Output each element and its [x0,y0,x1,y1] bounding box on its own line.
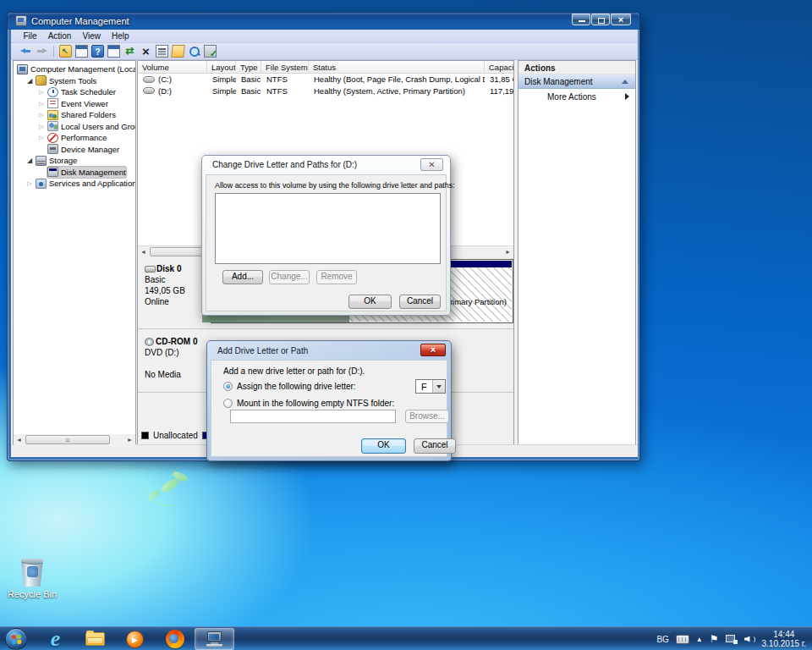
collapsed-expander-icon[interactable]: ▷ [24,178,36,189]
remove-button[interactable]: Remove [316,270,357,284]
menu-view[interactable]: View [77,31,107,41]
tree-item-disk-management[interactable]: Disk Management [14,167,135,179]
collapsed-expander-icon[interactable]: ▷ [36,121,47,132]
taskbar-app-windows-explorer[interactable] [75,628,115,650]
tree-item-event-viewer[interactable]: ▷Event Viewer [14,98,135,110]
network-icon[interactable] [726,635,738,644]
cancel-button[interactable]: Cancel [399,295,441,309]
taskbar: e▶ BG ▲ ⚑ 14:44 3.10.2015 г. [0,626,812,650]
disk0-label-box[interactable]: Disk 0 Basic 149,05 GB Online [140,259,209,307]
tree-hscrollbar[interactable]: ◄ ► [14,434,135,445]
tree-item-local-users-and-groups[interactable]: ▷Local Users and Groups [14,121,135,133]
scroll-left-arrow[interactable]: ◄ [14,434,25,445]
check-icon[interactable] [204,45,217,58]
collapsed-expander-icon[interactable]: ▷ [36,109,47,120]
media-player-icon: ▶ [126,631,144,648]
menu-action[interactable]: Action [42,31,77,41]
clock[interactable]: 14:44 3.10.2015 г. [762,630,809,649]
column-header-layout[interactable]: Layout [207,61,236,73]
minimize-button[interactable] [572,14,590,25]
task-scheduler-icon [47,87,58,97]
tree-item-services-and-applications[interactable]: ▷Services and Applications [14,178,135,190]
scroll-left-arrow[interactable]: ◄ [138,246,149,257]
performance-icon [47,133,58,143]
column-header-file-system[interactable]: File System [261,61,309,73]
refresh-icon[interactable] [123,45,136,58]
tree-item-label: Storage [49,156,77,165]
cancel-button[interactable]: Cancel [414,438,456,454]
window-titlebar[interactable]: Computer Management × [8,13,639,30]
dialog-close-button[interactable]: × [420,344,446,356]
scroll-right-arrow[interactable]: ► [124,434,135,445]
tree-item-device-manager[interactable]: Device Manager [14,144,135,156]
volume-row-c[interactable]: (C:)SimpleBasicNTFSHealthy (Boot, Page F… [138,74,514,85]
collapsed-expander-icon[interactable]: ▷ [36,132,47,143]
properties-icon[interactable] [156,45,168,58]
maximize-button[interactable] [591,14,610,25]
actions-group-disk-management[interactable]: Disk Management [518,74,635,89]
start-button[interactable] [5,628,27,650]
console-tree-panel: Computer Management (Local)◢System Tools… [13,60,136,446]
more-actions-item[interactable]: More Actions [518,89,635,103]
mount-folder-radio[interactable] [223,399,233,408]
windows-logo-icon [12,635,22,645]
delete-icon[interactable] [140,45,152,58]
tree-item-task-scheduler[interactable]: ▷Task Scheduler [14,86,135,98]
console-window-icon[interactable] [75,45,88,58]
tree-item-label: Task Scheduler [61,87,116,96]
export-list-icon[interactable] [171,45,185,58]
tree-item-label: System Tools [49,76,96,85]
language-indicator[interactable]: BG [656,635,668,644]
volume-list-header: VolumeLayoutTypeFile SystemStatusCapacit… [138,61,514,74]
cdrom-label-box[interactable]: CD-ROM 0 DVD (D:) No Media [140,332,209,380]
assign-drive-letter-radio[interactable] [223,382,233,391]
expanded-expander-icon[interactable]: ◢ [24,155,36,166]
help-icon[interactable] [91,45,104,58]
taskbar-app-media-player[interactable]: ▶ [115,628,155,650]
menu-help[interactable]: Help [106,31,134,41]
volume-icon[interactable] [744,635,755,644]
change-button[interactable]: Change... [269,270,310,284]
back-icon[interactable] [19,45,32,58]
cell-layout: Simple [207,85,236,97]
taskbar-app-internet-explorer[interactable]: e [36,628,75,650]
folder-path-input[interactable] [230,410,396,423]
taskbar-app-firefox[interactable] [155,628,195,650]
browse-button[interactable]: Browse... [405,410,449,423]
close-button[interactable]: × [611,14,631,25]
combo-dropdown-button[interactable] [432,380,445,393]
column-header-type[interactable]: Type [236,61,261,73]
drive-paths-listbox[interactable] [215,193,441,264]
tree-item-shared-folders[interactable]: ▷Shared Folders [14,109,135,121]
expanded-expander-icon[interactable]: ◢ [24,75,36,86]
collapsed-expander-icon[interactable]: ▷ [36,98,47,109]
tree-item-system-tools[interactable]: ◢System Tools [14,75,135,87]
keyboard-layout-icon[interactable] [676,635,689,644]
show-hidden-icons-button[interactable]: ▲ [696,636,703,643]
show-console-tree-icon[interactable] [59,45,72,58]
column-header-status[interactable]: Status [309,61,485,73]
scroll-right-arrow[interactable]: ► [502,246,513,257]
ok-button[interactable]: OK [361,438,406,454]
console-window-2-icon[interactable] [107,45,120,58]
scroll-thumb[interactable] [25,435,110,444]
column-header-capacity[interactable]: Capacity [485,61,514,73]
tree-item-label: Device Manager [61,145,119,154]
dialog-close-button[interactable]: ✕ [420,158,443,171]
drive-letter-combo[interactable]: F [415,379,446,394]
volume-row-d[interactable]: (D:)SimpleBasicNTFSHealthy (System, Acti… [138,85,514,97]
taskbar-app-computer-management[interactable] [195,628,234,650]
recycle-bin[interactable]: Recycle Bin [5,559,59,611]
column-header-volume[interactable]: Volume [138,61,207,73]
ok-button[interactable]: OK [348,295,392,309]
collapsed-expander-icon[interactable]: ▷ [36,86,47,97]
tree-item-performance[interactable]: ▷Performance [14,132,135,144]
forward-icon[interactable] [36,45,48,58]
add-button[interactable]: Add... [222,270,263,284]
action-center-icon[interactable]: ⚑ [710,634,719,644]
menu-file[interactable]: File [18,31,42,41]
windows-explorer-icon [85,632,105,646]
tree-item-storage[interactable]: ◢Storage [14,155,135,167]
query-icon[interactable] [188,45,200,58]
tree-item-computer-management-local[interactable]: Computer Management (Local) [14,63,135,75]
